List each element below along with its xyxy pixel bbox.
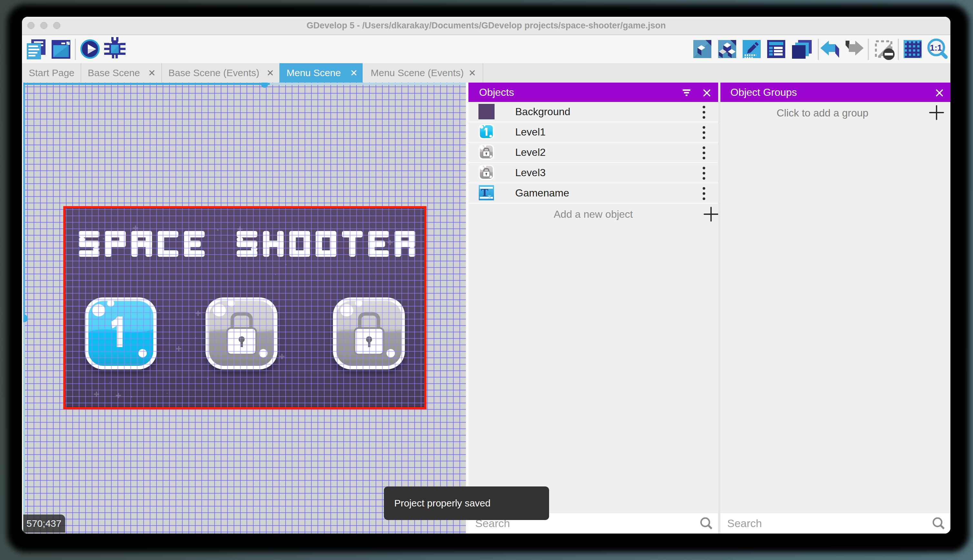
svg-text:1:1: 1:1 — [930, 43, 942, 53]
svg-text:T: T — [481, 187, 488, 198]
svg-text:x: x — [488, 192, 491, 200]
